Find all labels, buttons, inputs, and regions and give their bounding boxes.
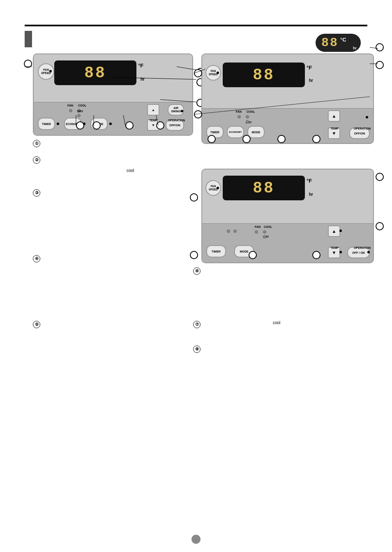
panel1-digits: 88 [84,64,106,82]
panel1-dry-label: DRY [77,110,83,113]
top-bar [25,25,367,26]
item7-num: ⑦ [193,321,201,328]
panel-2: 88 °C hr 88 °F hr FAN SPEED FAN COOL DRY… [201,53,374,144]
panel3-dry-dot-ind [263,235,266,239]
panel1-callout-bot1 [76,121,84,130]
panel1-temp-label: TEMP [150,119,157,122]
panel3-operation-label: OPERATION [354,246,371,249]
panel3-timer-button[interactable]: TIMER [206,245,226,257]
section-header [25,31,32,47]
panel1-display: 88 [54,60,136,85]
panel2-celsius-hr: hr [353,46,357,50]
item8-num: ⑧ [193,346,201,353]
panel3-fan-cool-label: FAN COOL [255,225,272,228]
item5-label: ⑤ [33,321,43,328]
cool-text-1: cool [127,168,134,173]
panel3-up-icon: ▲ [332,229,337,234]
panel3-callout-mode [249,251,257,259]
panel3-cool-dot-ind [263,230,266,234]
panel3-mode-label: MODE [240,250,249,253]
panel3-fan-label: FAN [255,225,261,228]
panel3-hr: hr [309,192,313,197]
item6-label: ⑥ [193,267,203,275]
panel3-unit: °F [307,178,312,184]
panel2-mode-label: MODE [252,131,261,134]
panel2-hr: hr [309,78,313,83]
panel-3: 88 °F hr FAN SPEED FAN COOL DRY ▲ ▼ OFF … [201,169,374,263]
item3-label: ③ [33,189,43,197]
panel2-economy-label: ECONOMY [229,131,242,133]
panel1-fan-cool-label: FAN COOL [67,104,86,107]
panel1-mode-dot [109,123,112,125]
panel3-callout-right [376,222,384,230]
panel2-temp-label: TEMP [331,127,339,130]
item7-label: ⑦ [193,321,203,328]
panel2-offon-dot [366,116,368,118]
panel3-dot2 [233,230,237,233]
panel2-callout-bot2 [242,135,251,143]
panel1-offon-dot [181,110,183,112]
panel2-operation-label: OPERATION [354,127,371,130]
cool-text-2: cool [273,320,280,325]
panel1-fan-label: FAN [67,104,73,107]
panel1-up-button[interactable]: ▲ [147,104,159,116]
panel1-timer-label: TIMER [42,123,51,125]
panel1-hr: hr [141,77,145,81]
panel2-celsius-unit: °C [340,37,346,43]
item2-label: ② [33,156,43,164]
panel3-fan-dot [217,187,219,189]
panel2-callout-celsius [376,43,384,51]
panel1-down-icon: ▼ [152,123,155,127]
panel2-control-area: FAN COOL DRY ▲ ▼ OFF/ON TIMER ECONOMY [202,108,373,143]
panel2-callout-offon [194,110,202,118]
item4-num: ④ [33,255,40,262]
panel1-off-on-label: OFF/ON [169,124,180,127]
panel2-cool-label: COOL [247,110,255,113]
panel2-down-icon: ▼ [332,131,337,136]
panel2-fan-dot [217,72,219,74]
panel2-digits: 88 [253,66,275,84]
panel2-economy-button[interactable]: ECONOMY [227,126,244,138]
panel1-callout-bot2 [92,121,101,130]
panel2-callout-bot4 [312,135,321,143]
item1-label: ① [33,140,43,147]
item4-label: ④ [33,255,43,262]
item8-label: ⑧ [193,346,203,353]
panel3-display: 88 [223,176,305,200]
panel2-dry-dot-ind [246,120,249,123]
item1-num: ① [33,140,40,147]
panel3-temp-label: TEMP [331,246,339,249]
item5-num: ⑤ [33,321,40,328]
panel1-control-area: FAN COOL DRY ▲ AIR SWING ▼ OFF/ON TIMER [34,102,192,135]
panel3-callout-timer [190,251,198,259]
panel2-off-on-label: OFF/ON [354,132,365,135]
panel1-dry-dot-ind [77,114,81,117]
panel-1: 88 °F hr FAN SPEED FAN COOL DRY ▲ AIR SW… [33,53,193,136]
panel1-fan-dot-ind [69,109,72,112]
panel1-unit: °F [138,63,143,69]
panel2-callout-bot3 [277,135,286,143]
panel1-callout-bot4 [156,121,164,130]
panel3-control-area: FAN COOL DRY ▲ ▼ OFF / ON TIMER MODE [202,223,373,262]
panel3-off-on-label: OFF / ON [352,251,364,254]
panel1-timer-button[interactable]: TIMER [38,118,55,130]
item6-num: ⑥ [193,267,201,275]
panel3-up-dot [339,230,342,232]
panel3-callout-offon [312,251,321,259]
panel2-celsius-digits: 88 [321,36,339,50]
panel1-fan-speed-button[interactable]: FAN SPEED [38,63,54,80]
panel2-fan-dot-ind [238,115,241,118]
panel3-up-button[interactable]: ▲ [328,225,340,237]
panel2-up-button[interactable]: ▲ [328,110,340,122]
item2-num: ② [33,156,40,164]
panel2-fan-label: FAN [236,110,242,113]
panel2-fan-cool-label: FAN COOL [236,110,255,113]
panel3-cool-label: COOL [264,225,272,228]
panel2-up-icon: ▲ [332,114,337,118]
panel3-callout-fan [190,193,198,202]
panel1-timer-dot [57,123,59,125]
panel2-callout-bot1 [208,135,216,143]
panel3-timer-label: TIMER [212,250,221,253]
panel3-digits: 88 [253,179,275,197]
panel2-timer-label: TIMER [210,131,219,134]
